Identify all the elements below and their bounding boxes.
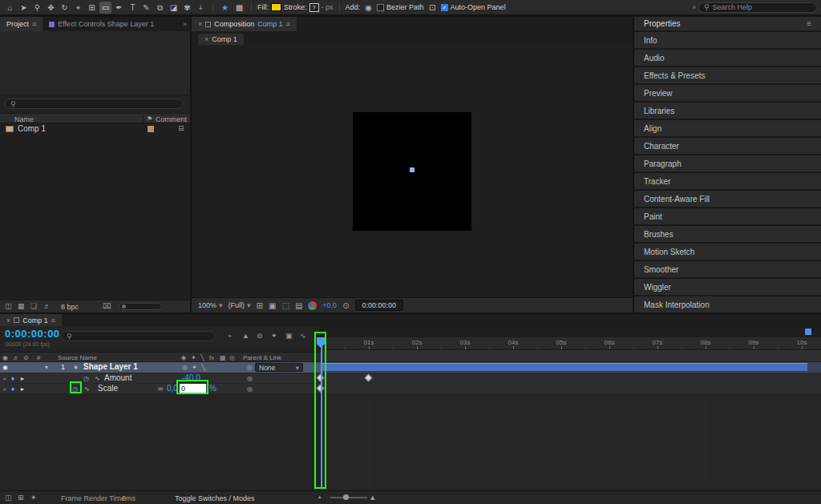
properties-panel-item[interactable]: Brushes <box>634 226 821 242</box>
chevrons-icon[interactable]: » <box>692 3 696 11</box>
parent-dropdown[interactable]: None ▾ <box>255 363 303 372</box>
zoom-out-icon[interactable]: ▴ <box>318 494 322 500</box>
list-view-icon[interactable]: ◫ <box>5 302 12 310</box>
graph-include-icon[interactable]: ∿ <box>84 385 90 393</box>
layer-row[interactable]: ◉ ▾ 1 ★ Shape Layer 1 ◎ ✦ ╲ ◎ None ▾ <box>0 362 321 373</box>
properties-panel-item[interactable]: Motion Sketch <box>634 244 821 260</box>
scale-prefix-value[interactable]: 0,0, <box>167 384 180 393</box>
tab-timeline[interactable]: × Comp 1 ≡ <box>0 314 62 326</box>
viewer-close-icon[interactable]: × <box>204 35 208 43</box>
zoom-in-icon[interactable]: ▴ <box>370 492 375 502</box>
properties-panel-item[interactable]: Align <box>634 120 821 136</box>
amount-stopwatch-icon[interactable]: ◷ <box>83 375 89 382</box>
layer-duration-bar[interactable] <box>321 363 808 372</box>
zoom-tool-icon[interactable]: ⚲ <box>31 2 43 14</box>
current-timecode[interactable]: 0:00:00:00 <box>5 328 60 340</box>
layer-quality-icon[interactable]: ╲ <box>201 364 205 371</box>
parent-pickwhip-icon[interactable]: ◎ <box>247 364 253 371</box>
help-search-box[interactable]: ⚲ <box>698 2 817 13</box>
hand-tool-icon[interactable]: ✥ <box>45 2 57 14</box>
thumbnail-view-icon[interactable]: ▦ <box>18 302 25 310</box>
audio-column-icon[interactable]: ♬ <box>13 354 19 361</box>
shape-square[interactable] <box>410 167 415 172</box>
stroke-color-swatch[interactable]: ? <box>309 3 319 12</box>
fill-label[interactable]: Fill: <box>257 3 269 11</box>
expand-transfer-icon[interactable]: ⊞ <box>18 494 24 502</box>
add-icon[interactable]: ◉ <box>362 2 374 14</box>
tab-effect-controls[interactable]: Effect Controls Shape Layer 1 <box>42 17 160 31</box>
tab-project[interactable]: Project ≡ <box>0 17 42 31</box>
playhead[interactable] <box>317 337 326 344</box>
properties-panel-item[interactable]: Audio <box>634 50 821 66</box>
help-search-input[interactable] <box>713 3 811 11</box>
snapshot-camera-icon[interactable]: ⊙ <box>342 301 349 310</box>
expand-inout-icon[interactable]: ✦ <box>30 494 37 502</box>
selection-tool-icon[interactable]: ➤ <box>18 2 30 14</box>
scale-edit-input[interactable] <box>180 384 206 393</box>
viewer-tab[interactable]: × Comp 1 <box>198 34 244 45</box>
column-number[interactable]: # <box>37 354 40 361</box>
playhead-line[interactable] <box>321 337 322 489</box>
transparency-grid-icon[interactable]: ⊞ <box>257 301 263 310</box>
quality-switch-icon[interactable]: ╲ <box>200 354 204 361</box>
channels-icon[interactable] <box>308 301 317 310</box>
exposure-value[interactable]: +0,0 <box>322 301 337 309</box>
eraser-tool-icon[interactable]: ◪ <box>168 2 180 14</box>
collapse-switch-icon[interactable]: ✦ <box>191 354 196 361</box>
amount-value[interactable]: -40,0 <box>182 373 200 382</box>
new-folder-icon[interactable]: ❏ <box>30 302 37 310</box>
mask-icon[interactable]: ▩ <box>233 2 245 14</box>
properties-panel-item[interactable]: Tracker <box>634 173 821 189</box>
region-of-interest-icon[interactable]: ⬚ <box>281 301 289 310</box>
motion-blur-icon[interactable]: ▣ <box>285 332 293 340</box>
keyframe-nav-next-icon[interactable]: ▸ <box>21 375 24 382</box>
properties-panel-item[interactable]: Smoother <box>634 261 821 277</box>
constrain-link-icon[interactable]: ∞ <box>158 385 163 393</box>
puppet-pin-tool-icon[interactable]: ⍭ <box>195 2 207 14</box>
guides-icon[interactable]: ▤ <box>295 301 302 310</box>
comp-frame[interactable] <box>353 112 471 231</box>
properties-panel-item[interactable]: Wiggler <box>634 279 821 295</box>
column-header-comment[interactable]: Comment <box>156 115 187 123</box>
zoom-slider-handle[interactable] <box>343 494 349 500</box>
pen-tool-icon[interactable]: ✒ <box>113 2 125 14</box>
panel-menu-icon[interactable]: ≡ <box>51 317 55 325</box>
project-item-row[interactable]: Comp 1 ⊟ <box>0 123 190 134</box>
comp-viewport[interactable] <box>192 45 633 297</box>
properties-header[interactable]: Properties ≡ <box>634 17 821 32</box>
motion-blur-switch-icon[interactable]: ◎ <box>229 354 235 361</box>
timeline-search-box[interactable]: ⚲ <box>61 331 215 341</box>
keyframe-nav-diamond-icon[interactable]: ♦ <box>11 385 14 393</box>
properties-panel-item[interactable]: Character <box>634 138 821 154</box>
project-search-box[interactable]: ⚲ <box>5 99 183 109</box>
home-icon[interactable]: ⌂ <box>4 2 16 14</box>
scale-label[interactable]: Scale <box>98 384 118 393</box>
tag-column-icon[interactable]: ⚑ <box>147 115 152 123</box>
type-tool-icon[interactable]: T <box>127 2 139 14</box>
roto-brush-tool-icon[interactable]: ✾ <box>181 2 193 14</box>
lock-column-icon[interactable]: ⊘ <box>23 354 29 361</box>
scale-pickwhip-icon[interactable]: ◎ <box>247 385 253 393</box>
camera-tool-icon[interactable]: ⌖ <box>72 2 84 14</box>
layer-visibility-icon[interactable]: ◉ <box>2 364 8 371</box>
rotate-tool-icon[interactable]: ↻ <box>59 2 71 14</box>
clone-stamp-tool-icon[interactable]: ⧉ <box>154 2 166 14</box>
tab-composition[interactable]: × Composition Comp 1 ≡ <box>192 17 297 31</box>
comp-item-label[interactable]: Comp 1 <box>18 124 46 133</box>
tab-overflow-icon[interactable]: » <box>183 20 190 28</box>
properties-panel-item[interactable]: Libraries <box>634 103 821 119</box>
scale-stopwatch-icon[interactable]: ◷ <box>72 385 78 393</box>
toggle-switches-button[interactable]: Toggle Switches / Modes <box>175 494 255 502</box>
graph-editor-icon[interactable]: ∿ <box>300 332 306 340</box>
layer-expand-arrow[interactable]: ▾ <box>45 364 48 371</box>
column-parent-link[interactable]: Parent & Link <box>243 354 281 361</box>
thumbnail-size-slider[interactable] <box>119 303 162 310</box>
tool-options-icon[interactable]: ⊡ <box>427 2 439 14</box>
timeline-search-input[interactable] <box>75 333 209 341</box>
comp-item-color-chip[interactable] <box>148 126 154 132</box>
solo-switch-icon[interactable]: ◈ <box>181 354 186 361</box>
fill-color-swatch[interactable] <box>271 3 281 11</box>
frame-blend-switch-icon[interactable]: ▦ <box>220 354 226 361</box>
graph-include-icon[interactable]: ∿ <box>95 375 100 382</box>
work-area-bar[interactable] <box>321 350 821 362</box>
